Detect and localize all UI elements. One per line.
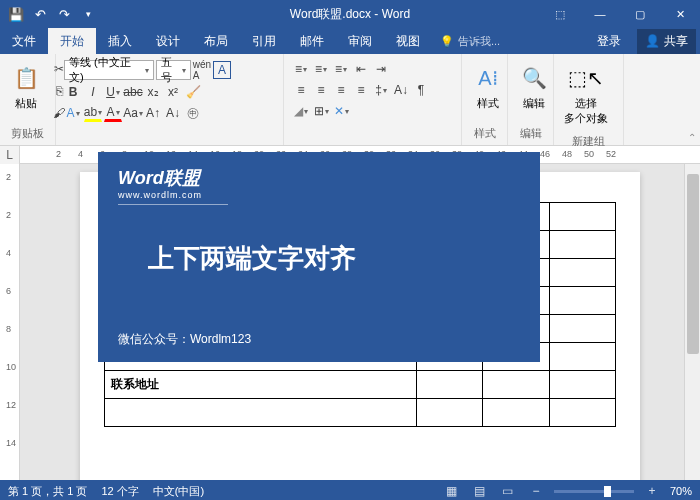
tab-references[interactable]: 引用 [240,28,288,54]
justify-icon[interactable]: ≡ [352,81,370,99]
zoom-slider-thumb[interactable] [604,486,611,497]
tab-design[interactable]: 设计 [144,28,192,54]
change-case-icon[interactable]: Aa▾ [124,104,142,122]
window-title: Word联盟.docx - Word [290,6,410,23]
styles-button[interactable]: A⁞ 样式 [468,58,508,115]
overlay-banner: Word联盟 www.wordlm.com 上下两端文字对齐 微信公众号：Wor… [98,152,540,362]
login-button[interactable]: 登录 [585,33,633,50]
zoom-out-button[interactable]: − [526,483,546,499]
styles-icon: A⁞ [472,62,504,94]
share-button[interactable]: 👤 共享 [637,29,696,54]
read-mode-icon[interactable]: ▦ [442,483,462,499]
enclose-char-icon[interactable]: ㊥ [184,104,202,122]
increase-indent-icon[interactable]: ⇥ [372,60,390,78]
subscript-button[interactable]: x₂ [144,83,162,101]
overlay-title: 上下两端文字对齐 [148,241,520,276]
group-editing: 🔍 编辑 编辑 [508,54,554,145]
window-controls: ⬚ — ▢ ✕ [540,0,700,28]
group-label-clipboard: 剪贴板 [4,124,51,143]
status-page[interactable]: 第 1 页，共 1 页 [8,484,87,499]
vertical-ruler[interactable]: 22468101214 [0,164,20,480]
select-objects-button[interactable]: ⬚↖ 选择 多个对象 [560,58,612,130]
font-size-select[interactable]: 五号▾ [156,60,191,80]
title-bar: 💾 ↶ ↷ ▾ Word联盟.docx - Word ⬚ — ▢ ✕ [0,0,700,28]
line-spacing-icon[interactable]: ‡▾ [372,81,390,99]
zoom-in-button[interactable]: + [642,483,662,499]
quick-access-toolbar: 💾 ↶ ↷ ▾ [0,6,104,22]
snap-icon[interactable]: ✕▾ [332,102,350,120]
sort-icon[interactable]: A↓ [392,81,410,99]
share-icon: 👤 [645,34,660,48]
bullets-icon[interactable]: ≡▾ [292,60,310,78]
ribbon-tabs: 文件 开始 插入 设计 布局 引用 邮件 审阅 视图 💡 告诉我... 登录 👤… [0,28,700,54]
tab-view[interactable]: 视图 [384,28,432,54]
char-border-icon[interactable]: A [213,61,231,79]
tab-home[interactable]: 开始 [48,28,96,54]
superscript-button[interactable]: x² [164,83,182,101]
tab-insert[interactable]: 插入 [96,28,144,54]
numbering-icon[interactable]: ≡▾ [312,60,330,78]
ruler-corner: L [0,146,20,164]
group-label-styles: 样式 [466,124,503,143]
minimize-button[interactable]: — [580,0,620,28]
tab-review[interactable]: 审阅 [336,28,384,54]
zoom-level[interactable]: 70% [670,485,692,497]
status-words[interactable]: 12 个字 [101,484,138,499]
bold-button[interactable]: B [64,83,82,101]
editing-button[interactable]: 🔍 编辑 [514,58,554,115]
align-center-icon[interactable]: ≡ [312,81,330,99]
strikethrough-button[interactable]: abc [124,83,142,101]
qat-dropdown-icon[interactable]: ▾ [80,6,96,22]
font-color-icon[interactable]: A▾ [104,104,122,122]
group-font: 等线 (中文正文)▾ 五号▾ wénA A B I U▾ abc x₂ x² 🧹… [56,54,284,145]
shrink-font-button[interactable]: A↓ [164,104,182,122]
redo-icon[interactable]: ↷ [56,6,72,22]
collapse-ribbon-icon[interactable]: ⌃ [688,132,696,143]
vertical-scrollbar[interactable] [684,164,700,480]
save-icon[interactable]: 💾 [8,6,24,22]
scrollbar-thumb[interactable] [687,174,699,354]
lightbulb-icon: 💡 [440,35,454,48]
group-styles: A⁞ 样式 样式 [462,54,508,145]
highlight-icon[interactable]: ab▾ [84,104,102,122]
align-right-icon[interactable]: ≡ [332,81,350,99]
table-row [105,399,616,427]
overlay-footer: 微信公众号：Wordlm123 [118,331,520,348]
status-lang[interactable]: 中文(中国) [153,484,204,499]
text-effects-icon[interactable]: A▾ [64,104,82,122]
underline-button[interactable]: U▾ [104,83,122,101]
print-layout-icon[interactable]: ▤ [470,483,490,499]
align-left-icon[interactable]: ≡ [292,81,310,99]
web-layout-icon[interactable]: ▭ [498,483,518,499]
find-icon: 🔍 [518,62,550,94]
group-clipboard: 📋 粘贴 ✂ ⎘ 🖌 剪贴板 [0,54,56,145]
table-row: 联系地址 [105,371,616,399]
tab-file[interactable]: 文件 [0,28,48,54]
status-bar: 第 1 页，共 1 页 12 个字 中文(中国) ▦ ▤ ▭ − + 70% [0,480,700,500]
close-button[interactable]: ✕ [660,0,700,28]
borders-icon[interactable]: ⊞▾ [312,102,330,120]
group-label-editing: 编辑 [512,124,549,143]
font-name-select[interactable]: 等线 (中文正文)▾ [64,60,154,80]
ribbon-options-icon[interactable]: ⬚ [540,0,580,28]
zoom-slider[interactable] [554,490,634,493]
tab-layout[interactable]: 布局 [192,28,240,54]
paste-button[interactable]: 📋 粘贴 [6,58,46,115]
ribbon: 📋 粘贴 ✂ ⎘ 🖌 剪贴板 等线 (中文正文)▾ 五号▾ wénA A B [0,54,700,146]
overlay-url: www.wordlm.com [118,190,228,205]
tell-me-search[interactable]: 💡 告诉我... [440,28,500,54]
shading-icon[interactable]: ◢▾ [292,102,310,120]
select-icon: ⬚↖ [570,62,602,94]
decrease-indent-icon[interactable]: ⇤ [352,60,370,78]
paste-icon: 📋 [10,62,42,94]
clear-format-icon[interactable]: 🧹 [184,83,202,101]
grow-font-button[interactable]: A↑ [144,104,162,122]
tab-mail[interactable]: 邮件 [288,28,336,54]
maximize-button[interactable]: ▢ [620,0,660,28]
group-paragraph: ≡▾ ≡▾ ≡▾ ⇤ ⇥ ≡ ≡ ≡ ≡ ‡▾ A↓ ¶ ◢▾ ⊞▾ [284,54,462,145]
show-marks-icon[interactable]: ¶ [412,81,430,99]
multilevel-icon[interactable]: ≡▾ [332,60,350,78]
undo-icon[interactable]: ↶ [32,6,48,22]
italic-button[interactable]: I [84,83,102,101]
grow-font-icon[interactable]: wénA [193,61,211,79]
